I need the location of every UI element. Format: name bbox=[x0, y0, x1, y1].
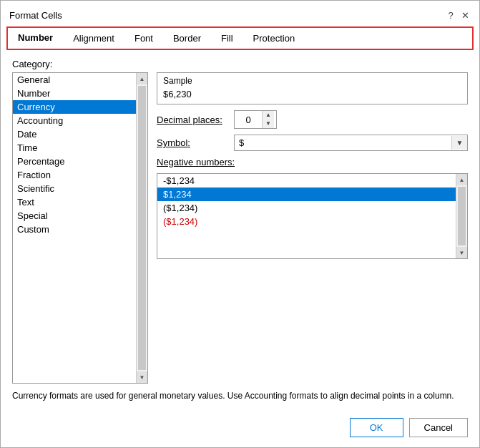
category-label: Category: bbox=[12, 59, 468, 69]
description-text: Currency formats are used for general mo… bbox=[12, 389, 468, 402]
category-item-fraction[interactable]: Fraction bbox=[13, 168, 136, 182]
neg-scroll-up-arrow[interactable]: ▲ bbox=[456, 174, 467, 185]
category-list[interactable]: General Number Currency Accounting Date … bbox=[13, 73, 136, 383]
decimal-places-spinbox[interactable]: ▲ ▼ bbox=[234, 110, 277, 129]
category-item-general[interactable]: General bbox=[13, 73, 136, 87]
neg-scroll-thumb bbox=[458, 187, 466, 245]
symbol-dropdown-arrow[interactable]: ▼ bbox=[451, 136, 467, 150]
spin-up-button[interactable]: ▲ bbox=[263, 111, 274, 120]
category-item-custom[interactable]: Custom bbox=[13, 223, 136, 236]
cancel-button[interactable]: Cancel bbox=[409, 418, 468, 437]
spin-down-button[interactable]: ▼ bbox=[263, 120, 274, 128]
category-item-special[interactable]: Special bbox=[13, 209, 136, 223]
neg-item-3[interactable]: ($1,234) bbox=[157, 201, 456, 215]
right-panel: Sample $6,230 Decimal places: ▲ ▼ bbox=[157, 72, 468, 384]
tab-fill[interactable]: Fill bbox=[211, 28, 243, 49]
ok-button[interactable]: OK bbox=[350, 418, 403, 437]
sample-value: $6,230 bbox=[163, 87, 461, 101]
neg-item-2[interactable]: $1,234 bbox=[157, 188, 456, 201]
neg-item-1[interactable]: -$1,234 bbox=[157, 174, 456, 188]
category-item-date[interactable]: Date bbox=[13, 127, 136, 141]
category-list-wrapper: General Number Currency Accounting Date … bbox=[12, 72, 148, 384]
title-bar: Format Cells ? ✕ bbox=[1, 1, 479, 24]
scroll-down-arrow[interactable]: ▼ bbox=[137, 371, 147, 383]
content-area: Category: General Number Currency Accoun… bbox=[1, 50, 479, 411]
category-item-percentage[interactable]: Percentage bbox=[13, 155, 136, 168]
symbol-select-box[interactable]: $ € £ ¥ None ▼ bbox=[234, 135, 468, 151]
negative-numbers-list[interactable]: -$1,234 $1,234 ($1,234) ($1,234) bbox=[157, 174, 456, 258]
left-panel: General Number Currency Accounting Date … bbox=[12, 72, 148, 384]
scroll-up-arrow[interactable]: ▲ bbox=[137, 73, 147, 84]
negative-numbers-label: Negative numbers: bbox=[157, 157, 468, 167]
scroll-thumb bbox=[138, 86, 146, 370]
category-item-accounting[interactable]: Accounting bbox=[13, 114, 136, 127]
neg-scroll-down-arrow[interactable]: ▼ bbox=[456, 247, 467, 258]
format-cells-dialog: Format Cells ? ✕ Number Alignment Font B… bbox=[0, 0, 480, 448]
category-scrollbar[interactable]: ▲ ▼ bbox=[136, 73, 147, 383]
category-item-currency[interactable]: Currency bbox=[13, 100, 136, 114]
category-item-scientific[interactable]: Scientific bbox=[13, 182, 136, 195]
footer: OK Cancel bbox=[1, 411, 479, 447]
symbol-select[interactable]: $ € £ ¥ None bbox=[235, 135, 451, 150]
main-area: General Number Currency Accounting Date … bbox=[12, 72, 468, 384]
title-bar-controls: ? ✕ bbox=[445, 9, 471, 21]
negative-numbers-list-wrapper: -$1,234 $1,234 ($1,234) ($1,234) ▲ ▼ bbox=[157, 173, 468, 259]
tab-border[interactable]: Border bbox=[163, 28, 211, 49]
decimal-places-row: Decimal places: ▲ ▼ bbox=[157, 110, 468, 129]
symbol-row: Symbol: $ € £ ¥ None ▼ bbox=[157, 135, 468, 151]
sample-box: Sample $6,230 bbox=[157, 72, 468, 104]
help-button[interactable]: ? bbox=[445, 9, 456, 21]
neg-numbers-scrollbar[interactable]: ▲ ▼ bbox=[456, 174, 467, 258]
category-item-time[interactable]: Time bbox=[13, 141, 136, 155]
tab-protection[interactable]: Protection bbox=[243, 28, 305, 49]
tabs-bar: Number Alignment Font Border Fill Protec… bbox=[6, 26, 474, 50]
neg-item-4[interactable]: ($1,234) bbox=[157, 215, 456, 228]
sample-label: Sample bbox=[163, 76, 461, 86]
decimal-places-label: Decimal places: bbox=[157, 115, 228, 125]
decimal-places-input[interactable] bbox=[235, 113, 262, 127]
dialog-title: Format Cells bbox=[9, 10, 62, 21]
tab-number[interactable]: Number bbox=[8, 28, 63, 49]
symbol-label: Symbol: bbox=[157, 137, 228, 148]
tab-alignment[interactable]: Alignment bbox=[63, 28, 124, 49]
category-item-number[interactable]: Number bbox=[13, 87, 136, 100]
spinbox-arrows: ▲ ▼ bbox=[262, 111, 274, 128]
tab-font[interactable]: Font bbox=[124, 28, 163, 49]
close-button[interactable]: ✕ bbox=[459, 9, 471, 21]
category-item-text[interactable]: Text bbox=[13, 195, 136, 209]
